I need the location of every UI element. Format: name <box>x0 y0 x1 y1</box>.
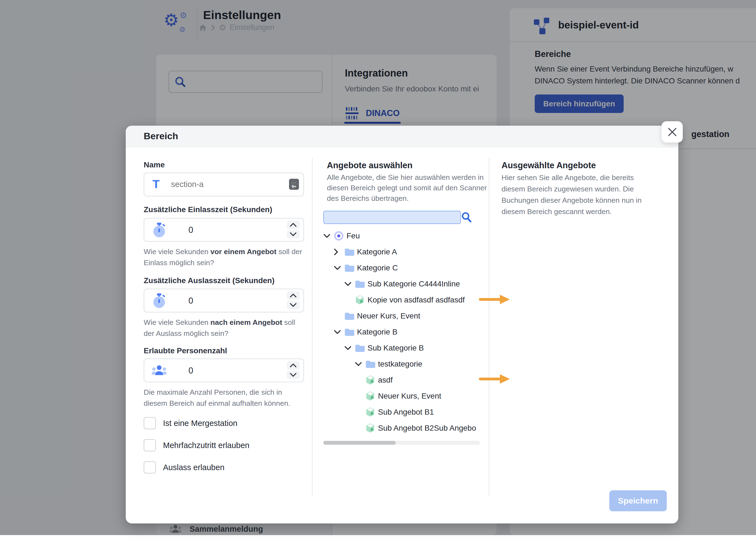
people-icon <box>151 365 167 376</box>
offers-search-icon[interactable] <box>461 211 473 224</box>
modal-title: Bereich <box>144 131 178 141</box>
chevron-down-icon[interactable] <box>334 266 344 270</box>
folder-icon <box>365 360 375 368</box>
target-icon <box>334 231 344 241</box>
checkbox-mehrfachzutritt[interactable] <box>144 439 156 451</box>
offer-cube-icon <box>365 423 375 433</box>
close-icon <box>667 127 677 137</box>
tree-item-offer[interactable]: Neuer Kurs, Event <box>319 388 488 404</box>
stopwatch-icon <box>152 222 166 238</box>
folder-icon <box>355 280 365 288</box>
tree-item-offer[interactable]: Sub Angebot B1 <box>319 404 488 420</box>
personenzahl-increment-button[interactable] <box>287 361 300 370</box>
tree-item[interactable]: testkategorie <box>319 356 488 372</box>
offers-title: Angebote auswählen <box>327 160 412 170</box>
einlasszeit-field[interactable]: 0 <box>144 218 304 242</box>
einlasszeit-help: Wie viele Sekunden vor einem Angebot sol… <box>144 246 304 268</box>
chevron-down-icon[interactable] <box>355 362 365 366</box>
auslasszeit-increment-button[interactable] <box>287 292 300 300</box>
checkbox-auslass[interactable] <box>144 461 156 473</box>
tree-item[interactable]: Feu <box>319 228 488 244</box>
folder-icon <box>344 312 354 320</box>
stopwatch-icon <box>152 293 166 309</box>
name-field[interactable]: T ··· 9+ <box>144 173 304 196</box>
chevron-down-icon[interactable] <box>323 234 334 238</box>
chevron-right-icon[interactable] <box>334 248 344 255</box>
annotation-arrow-kopie <box>479 295 510 306</box>
tree-item-offer[interactable]: Kopie von asdfasdf asdfasdf <box>319 292 488 308</box>
checkbox-label: Ist eine Mergestation <box>163 419 237 428</box>
checkbox-label: Mehrfachzutritt erlauben <box>163 441 249 450</box>
personenzahl-label: Erlaubte Personenzahl <box>144 346 227 355</box>
offer-cube-icon <box>365 375 375 385</box>
text-format-icon: T <box>153 178 160 191</box>
personenzahl-decrement-button[interactable] <box>287 371 300 379</box>
save-button[interactable]: Speichern <box>609 490 667 511</box>
auslasszeit-help: Wie viele Sekunden nach einem Angebot so… <box>144 317 304 339</box>
tree-item[interactable]: Sub Kategorie B <box>319 340 488 356</box>
name-label: Name <box>144 160 165 169</box>
einlasszeit-value[interactable]: 0 <box>188 225 193 235</box>
column-divider-1 <box>312 157 312 496</box>
tree-item[interactable]: Neuer Kurs, Event <box>319 308 488 324</box>
tree-item[interactable]: Sub Kategorie C4444Inline <box>319 276 488 292</box>
personenzahl-field[interactable]: 0 <box>144 359 304 382</box>
offer-cube-icon <box>355 295 365 305</box>
auslasszeit-decrement-button[interactable] <box>287 301 300 309</box>
folder-icon <box>344 248 354 256</box>
chevron-down-icon[interactable] <box>344 346 355 350</box>
tree-horizontal-scrollbar[interactable] <box>323 441 480 445</box>
auslasszeit-value[interactable]: 0 <box>188 296 193 306</box>
personenzahl-value[interactable]: 0 <box>188 366 193 376</box>
tree-item-offer[interactable]: asdf <box>319 372 488 388</box>
modal-header: Bereich <box>126 126 678 148</box>
folder-icon <box>344 264 354 272</box>
checkbox-mergestation[interactable] <box>144 417 156 429</box>
close-button[interactable] <box>662 121 683 143</box>
tree-item[interactable]: Kategorie A <box>319 244 488 260</box>
selected-offers-description: Hier sehen Sie alle Angebote, die bereit… <box>502 172 653 217</box>
selected-offers-title: Ausgewählte Angebote <box>502 160 596 170</box>
offer-cube-icon <box>365 391 375 401</box>
tree-scrollbar-thumb[interactable] <box>323 441 396 445</box>
checkbox-row-auslass[interactable]: Auslass erlauben <box>144 461 224 473</box>
offer-cube-icon <box>365 407 375 417</box>
auslasszeit-field[interactable]: 0 <box>144 289 304 312</box>
folder-icon <box>355 344 365 352</box>
offers-description: Alle Angebote, die Sie hier auswählen we… <box>327 172 490 204</box>
annotation-arrow-asdf <box>479 374 510 385</box>
password-manager-badge-icon[interactable]: ··· 9+ <box>289 179 299 190</box>
tree-item[interactable]: Kategorie C <box>319 260 488 276</box>
chevron-down-icon[interactable] <box>334 330 344 334</box>
offers-search-input[interactable] <box>323 211 461 224</box>
column-divider-2 <box>489 157 489 496</box>
checkbox-row-mehrfachzutritt[interactable]: Mehrfachzutritt erlauben <box>144 439 249 451</box>
folder-icon <box>344 328 354 336</box>
tree-item-offer[interactable]: Sub Angebot B2Sub Angebo <box>319 420 488 436</box>
einlasszeit-label: Zusätzliche Einlasszeit (Sekunden) <box>144 205 272 214</box>
offers-tree: Feu Kategorie A Kategorie C Sub Kategori… <box>319 228 488 446</box>
personenzahl-help: Die maximale Anzahl Personen, die sich i… <box>144 387 304 409</box>
tree-item[interactable]: Kategorie B <box>319 324 488 340</box>
einlasszeit-decrement-button[interactable] <box>287 230 300 238</box>
auslasszeit-label: Zusätzliche Auslasszeit (Sekunden) <box>144 276 275 285</box>
checkbox-label: Auslass erlauben <box>163 463 224 472</box>
einlasszeit-increment-button[interactable] <box>287 221 300 229</box>
checkbox-row-mergestation[interactable]: Ist eine Mergestation <box>144 417 237 429</box>
name-input[interactable] <box>170 175 288 193</box>
chevron-down-icon[interactable] <box>344 282 355 286</box>
bereich-modal: Bereich Name T ··· 9+ Zusätzliche Einlas… <box>126 126 678 524</box>
